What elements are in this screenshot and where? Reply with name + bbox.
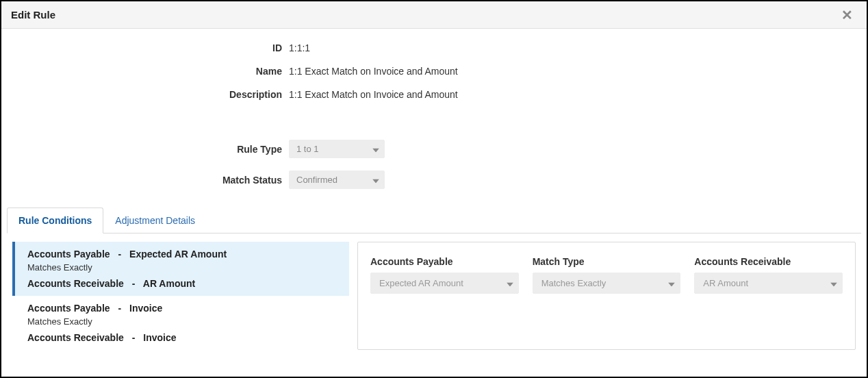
name-value: 1:1 Exact Match on Invoice and Amount (289, 66, 458, 77)
condition-match-type: Matches Exactly (27, 262, 340, 273)
modal-title: Edit Rule (11, 9, 837, 21)
close-icon: ✕ (841, 8, 853, 23)
id-label: ID (1, 42, 289, 53)
description-value: 1:1 Exact Match on Invoice and Amount (289, 89, 458, 100)
condition-line-b: Accounts Receivable - AR Amount (27, 278, 340, 289)
condition-detail-panel: Accounts Payable Expected AR Amount Matc… (357, 242, 856, 350)
tab-adjustment-details[interactable]: Adjustment Details (103, 207, 207, 234)
condition-field-a: Invoice (129, 303, 162, 314)
condition-match-type: Matches Exactly (27, 316, 340, 327)
condition-field-b: AR Amount (143, 278, 195, 289)
condition-separator: - (118, 303, 122, 314)
condition-item[interactable]: Accounts Payable - Invoice Matches Exact… (12, 296, 349, 350)
detail-accounts-receivable-label: Accounts Receivable (694, 256, 843, 267)
condition-source-b: Accounts Receivable (27, 278, 124, 289)
name-label: Name (1, 66, 289, 77)
conditions-list: Accounts Payable - Expected AR Amount Ma… (12, 242, 349, 350)
match-status-select[interactable]: Confirmed (289, 171, 385, 189)
tab-rule-conditions[interactable]: Rule Conditions (7, 207, 103, 234)
detail-match-type-select[interactable]: Matches Exactly (533, 273, 681, 294)
condition-field-a: Expected AR Amount (129, 249, 227, 260)
condition-source-a: Accounts Payable (27, 303, 110, 314)
modal-header: Edit Rule ✕ (1, 1, 867, 29)
detail-match-type-label: Match Type (533, 256, 681, 267)
tabs: Rule Conditions Adjustment Details (7, 207, 861, 234)
rule-type-label: Rule Type (1, 144, 289, 155)
condition-field-b: Invoice (143, 332, 176, 343)
rule-type-select[interactable]: 1 to 1 (289, 140, 385, 158)
condition-item[interactable]: Accounts Payable - Expected AR Amount Ma… (12, 242, 349, 296)
id-value: 1:1:1 (289, 42, 310, 53)
condition-line-a: Accounts Payable - Expected AR Amount (27, 249, 340, 260)
condition-separator: - (118, 249, 122, 260)
condition-source-b: Accounts Receivable (27, 332, 124, 343)
condition-source-a: Accounts Payable (27, 249, 110, 260)
condition-line-a: Accounts Payable - Invoice (27, 303, 340, 314)
match-status-label: Match Status (1, 175, 289, 186)
close-button[interactable]: ✕ (837, 7, 857, 23)
detail-accounts-payable-label: Accounts Payable (370, 256, 519, 267)
detail-accounts-payable-select[interactable]: Expected AR Amount (370, 273, 519, 294)
description-label: Description (1, 89, 289, 100)
condition-separator: - (132, 332, 136, 343)
condition-separator: - (132, 278, 136, 289)
detail-accounts-receivable-select[interactable]: AR Amount (694, 273, 843, 294)
condition-line-b: Accounts Receivable - Invoice (27, 332, 340, 343)
